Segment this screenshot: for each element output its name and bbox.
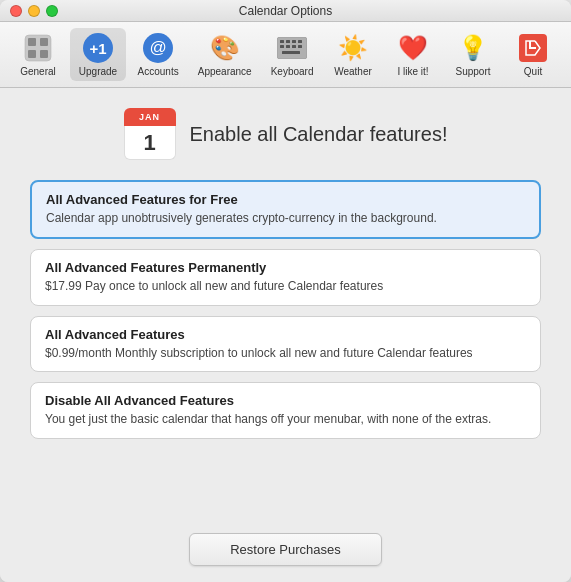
svg-rect-6 (280, 40, 284, 43)
option-permanent-title: All Advanced Features Permanently (45, 260, 526, 275)
svg-rect-10 (280, 45, 284, 48)
option-free-title: All Advanced Features for Free (46, 192, 525, 207)
options-list: All Advanced Features for Free Calendar … (30, 180, 541, 439)
option-permanent-desc: $17.99 Pay once to unlock all new and fu… (45, 278, 526, 295)
toolbar-item-general[interactable]: General (10, 28, 66, 81)
option-monthly[interactable]: All Advanced Features $0.99/month Monthl… (30, 316, 541, 373)
page-header: JAN 1 Enable all Calendar features! (124, 108, 448, 160)
toolbar-item-support[interactable]: 💡 Support (445, 28, 501, 81)
content-area: JAN 1 Enable all Calendar features! All … (0, 88, 571, 582)
restore-section: Restore Purchases (189, 517, 382, 566)
window-controls[interactable] (10, 5, 58, 17)
title-bar: Calendar Options (0, 0, 571, 22)
svg-rect-12 (292, 45, 296, 48)
page-title: Enable all Calendar features! (190, 123, 448, 146)
option-free[interactable]: All Advanced Features for Free Calendar … (30, 180, 541, 239)
toolbar-item-quit[interactable]: Quit (505, 28, 561, 81)
svg-rect-1 (28, 38, 36, 46)
svg-rect-13 (298, 45, 302, 48)
quit-icon (517, 32, 549, 64)
svg-rect-4 (40, 50, 48, 58)
option-permanent[interactable]: All Advanced Features Permanently $17.99… (30, 249, 541, 306)
option-disable-desc: You get just the basic calendar that han… (45, 411, 526, 428)
svg-rect-8 (292, 40, 296, 43)
option-disable-title: Disable All Advanced Features (45, 393, 526, 408)
option-disable[interactable]: Disable All Advanced Features You get ju… (30, 382, 541, 439)
upgrade-icon: +1 (82, 32, 114, 64)
toolbar: General +1 Upgrade @ Accounts 🎨 Appearan… (0, 22, 571, 88)
minimize-button[interactable] (28, 5, 40, 17)
window-title: Calendar Options (239, 4, 332, 18)
toolbar-item-weather[interactable]: ☀️ Weather (325, 28, 381, 81)
svg-rect-14 (282, 51, 300, 54)
close-button[interactable] (10, 5, 22, 17)
calendar-date: 1 (143, 132, 155, 154)
weather-label: Weather (334, 66, 372, 77)
ilike-label: I like it! (397, 66, 428, 77)
toolbar-item-accounts[interactable]: @ Accounts (130, 28, 186, 81)
svg-rect-7 (286, 40, 290, 43)
option-monthly-title: All Advanced Features (45, 327, 526, 342)
general-icon (22, 32, 54, 64)
toolbar-item-appearance[interactable]: 🎨 Appearance (190, 28, 259, 81)
support-label: Support (456, 66, 491, 77)
keyboard-label: Keyboard (271, 66, 314, 77)
quit-label: Quit (524, 66, 542, 77)
calendar-month: JAN (139, 112, 160, 122)
calendar-icon: JAN 1 (124, 108, 176, 160)
option-free-desc: Calendar app unobtrusively generates cry… (46, 210, 525, 227)
weather-icon: ☀️ (337, 32, 369, 64)
accounts-icon: @ (142, 32, 174, 64)
toolbar-item-upgrade[interactable]: +1 Upgrade (70, 28, 126, 81)
keyboard-icon (276, 32, 308, 64)
appearance-label: Appearance (198, 66, 252, 77)
svg-rect-9 (298, 40, 302, 43)
accounts-label: Accounts (138, 66, 179, 77)
svg-rect-3 (28, 50, 36, 58)
appearance-icon: 🎨 (209, 32, 241, 64)
support-icon: 💡 (457, 32, 489, 64)
upgrade-label: Upgrade (79, 66, 117, 77)
ilike-icon: ❤️ (397, 32, 429, 64)
general-label: General (20, 66, 56, 77)
option-monthly-desc: $0.99/month Monthly subscription to unlo… (45, 345, 526, 362)
svg-rect-11 (286, 45, 290, 48)
toolbar-item-keyboard[interactable]: Keyboard (263, 28, 321, 81)
maximize-button[interactable] (46, 5, 58, 17)
restore-purchases-button[interactable]: Restore Purchases (189, 533, 382, 566)
toolbar-item-ilike[interactable]: ❤️ I like it! (385, 28, 441, 81)
svg-rect-2 (40, 38, 48, 46)
